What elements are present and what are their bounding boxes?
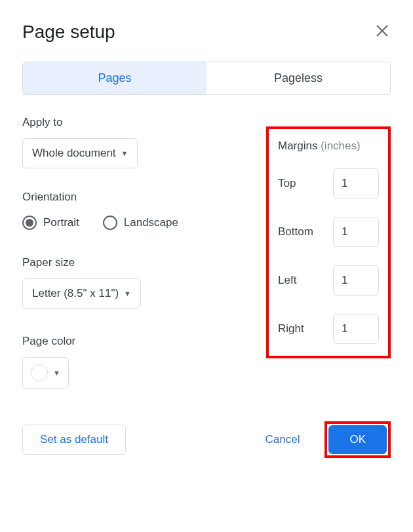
ok-button[interactable]: OK bbox=[328, 425, 387, 454]
landscape-label: Landscape bbox=[124, 216, 178, 229]
margin-left-label: Left bbox=[278, 274, 296, 287]
tab-pages[interactable]: Pages bbox=[23, 62, 206, 94]
tab-pageless[interactable]: Pageless bbox=[206, 62, 390, 94]
apply-to-label: Apply to bbox=[22, 116, 240, 129]
margin-left-input[interactable] bbox=[333, 265, 379, 295]
apply-to-dropdown[interactable]: Whole document ▼ bbox=[22, 138, 138, 168]
paper-size-dropdown[interactable]: Letter (8.5" x 11") ▼ bbox=[22, 278, 141, 309]
close-icon[interactable] bbox=[374, 21, 391, 43]
margin-bottom-input[interactable] bbox=[333, 217, 379, 247]
page-color-dropdown[interactable]: ▼ bbox=[22, 357, 69, 389]
margin-right-label: Right bbox=[278, 322, 304, 335]
orientation-landscape-radio[interactable]: Landscape bbox=[103, 216, 178, 230]
ok-button-highlight: OK bbox=[324, 421, 391, 458]
margin-top-input[interactable] bbox=[333, 168, 379, 199]
radio-icon bbox=[103, 216, 117, 230]
orientation-label: Orientation bbox=[22, 191, 240, 204]
margins-unit: (inches) bbox=[321, 140, 360, 152]
color-swatch bbox=[31, 364, 48, 381]
chevron-down-icon: ▼ bbox=[53, 369, 60, 377]
chevron-down-icon: ▼ bbox=[124, 290, 131, 297]
margins-label: Margins bbox=[278, 140, 317, 152]
layout-tabs: Pages Pageless bbox=[22, 62, 391, 95]
paper-size-label: Paper size bbox=[22, 256, 240, 269]
orientation-portrait-radio[interactable]: Portrait bbox=[22, 216, 79, 230]
paper-size-value: Letter (8.5" x 11") bbox=[32, 287, 119, 300]
margins-panel: Margins (inches) Top Bottom Left Right bbox=[266, 126, 391, 358]
margin-right-input[interactable] bbox=[333, 314, 379, 344]
chevron-down-icon: ▼ bbox=[121, 149, 128, 157]
cancel-button[interactable]: Cancel bbox=[248, 425, 317, 454]
radio-icon bbox=[22, 216, 37, 230]
apply-to-value: Whole document bbox=[32, 147, 116, 160]
page-color-label: Page color bbox=[22, 335, 240, 348]
margin-top-label: Top bbox=[278, 177, 296, 190]
portrait-label: Portrait bbox=[43, 216, 79, 229]
set-default-button[interactable]: Set as default bbox=[22, 425, 126, 455]
dialog-title: Page setup bbox=[22, 22, 115, 43]
margin-bottom-label: Bottom bbox=[278, 225, 313, 238]
